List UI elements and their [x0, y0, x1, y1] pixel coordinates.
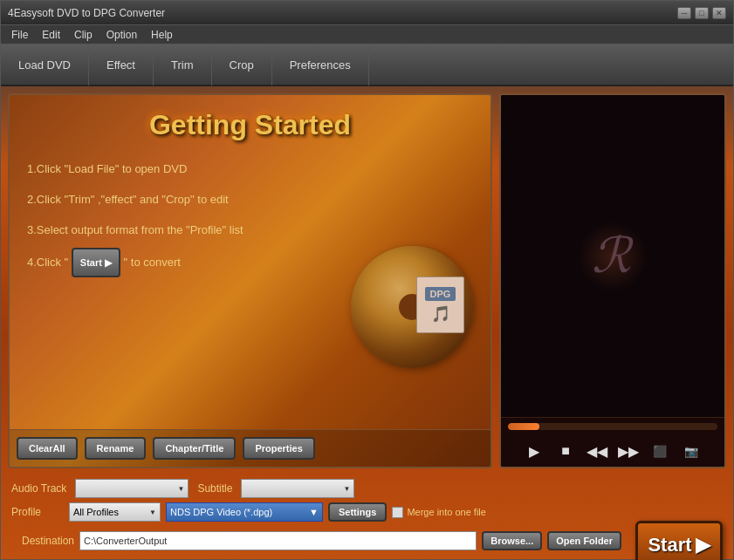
destination-input[interactable]: C:\ConverterOutput [79, 531, 477, 550]
audio-track-arrow: ▼ [177, 485, 184, 493]
toolbar-trim[interactable]: Trim [154, 44, 212, 85]
menu-help[interactable]: Help [144, 27, 180, 43]
step-2: 2.Click "Trim" ,"effect" and "Crop" to e… [27, 186, 473, 213]
properties-button[interactable]: Properties [243, 437, 314, 460]
progress-bar-container [501, 417, 724, 435]
merge-checkbox-area: Merge into one file [392, 507, 486, 518]
bottom-controls-row: Destination C:\ConverterOutput Browse...… [11, 526, 723, 556]
right-panel: ℛ ▶ ■ ◀◀ ▶▶ ⬛ 📷 [499, 93, 726, 468]
profile-value: All Profiles [73, 507, 119, 517]
forward-button[interactable]: ▶▶ [616, 440, 641, 461]
play-button[interactable]: ▶ [522, 440, 546, 461]
player-controls: ▶ ■ ◀◀ ▶▶ ⬛ 📷 [501, 435, 724, 467]
merge-checkbox[interactable] [392, 507, 403, 518]
menu-file[interactable]: File [4, 27, 35, 43]
title-bar: 4Easysoft DVD to DPG Converter ─ □ ✕ [1, 1, 733, 25]
rewind-button[interactable]: ◀◀ [585, 440, 609, 461]
close-button[interactable]: ✕ [712, 7, 726, 19]
profile-row: Profile All Profiles ▼ NDS DPG Video (*.… [11, 502, 723, 522]
toolbar-crop[interactable]: Crop [212, 44, 272, 85]
svg-text:ℛ: ℛ [592, 228, 634, 282]
destination-label: Destination [22, 535, 74, 547]
preview-area: ℛ ▶ ■ ◀◀ ▶▶ ⬛ 📷 [499, 93, 726, 468]
step-4-suffix: " to convert [124, 255, 181, 268]
subtitle-dropdown[interactable]: ▼ [241, 479, 354, 498]
main-content: Getting Started 1.Click "Load File" to o… [1, 86, 733, 475]
format-select[interactable]: NDS DPG Video (*.dpg) ▼ [166, 502, 323, 522]
menu-edit[interactable]: Edit [35, 27, 67, 43]
format-value: NDS DPG Video (*.dpg) [170, 507, 272, 517]
step-3: 3.Select output format from the "Profile… [27, 216, 473, 243]
profile-label: Profile [11, 506, 64, 518]
left-panel: Getting Started 1.Click "Load File" to o… [8, 93, 492, 468]
step-1: 1.Click "Load File" to open DVD [27, 155, 473, 182]
settings-button[interactable]: Settings [328, 502, 387, 522]
rename-button[interactable]: Rename [85, 437, 147, 460]
dvd-decoration: DPG 🎵 [342, 246, 473, 377]
bottom-buttons: ClearAll Rename Chapter/Title Properties [10, 429, 490, 467]
merge-label: Merge into one file [407, 507, 486, 517]
toolbar-preferences[interactable]: Preferences [272, 44, 369, 85]
progress-fill [508, 423, 539, 430]
toolbar: Load DVD Effect Trim Crop Preferences [1, 44, 733, 86]
step-4-prefix: 4.Click " [27, 255, 68, 268]
preview-video: ℛ [501, 95, 724, 417]
chapter-title-button[interactable]: Chapter/Title [153, 437, 236, 460]
window-controls: ─ □ ✕ [677, 7, 726, 19]
audio-subtitle-row: Audio Track ▼ Subtitle ▼ [11, 479, 723, 498]
music-note-icon: 🎵 [431, 304, 450, 324]
profile-arrow: ▼ [149, 509, 156, 516]
preview-logo: ℛ [578, 222, 648, 291]
open-folder-button[interactable]: Open Folder [547, 531, 621, 550]
step-4-start-inline: Start ▶ [72, 248, 120, 277]
toolbar-load-dvd[interactable]: Load DVD [1, 44, 89, 85]
app-window: 4Easysoft DVD to DPG Converter ─ □ ✕ Fil… [0, 0, 734, 560]
browse-button[interactable]: Browse... [482, 531, 542, 550]
toolbar-effect[interactable]: Effect [89, 44, 154, 85]
getting-started-area: Getting Started 1.Click "Load File" to o… [10, 95, 490, 429]
menu-bar: File Edit Clip Option Help [1, 25, 733, 44]
start-label: Start [648, 534, 691, 557]
audio-track-dropdown[interactable]: ▼ [75, 479, 189, 498]
progress-track[interactable] [508, 423, 717, 430]
format-arrow: ▼ [309, 507, 319, 517]
destination-value: C:\ConverterOutput [84, 536, 167, 546]
audio-track-label: Audio Track [11, 482, 66, 495]
getting-started-title: Getting Started [27, 109, 473, 141]
menu-option[interactable]: Option [99, 27, 144, 43]
start-big-button[interactable]: Start ▶ [635, 521, 723, 560]
start-arrow-icon: ▶ [696, 534, 710, 557]
dpg-label: DPG [425, 287, 456, 301]
minimize-button[interactable]: ─ [677, 7, 691, 19]
app-title: 4Easysoft DVD to DPG Converter [8, 7, 165, 19]
screenshot-button[interactable]: ⬛ [648, 440, 672, 461]
profile-select[interactable]: All Profiles ▼ [69, 502, 161, 522]
camera-button[interactable]: 📷 [679, 440, 703, 461]
subtitle-label: Subtitle [197, 482, 232, 495]
stop-button[interactable]: ■ [553, 440, 578, 461]
bottom-panel: Audio Track ▼ Subtitle ▼ Profile All Pro… [1, 475, 733, 559]
clear-all-button[interactable]: ClearAll [17, 437, 78, 460]
dpg-file-icon: DPG 🎵 [416, 277, 464, 333]
menu-clip[interactable]: Clip [67, 27, 99, 43]
maximize-button[interactable]: □ [695, 7, 709, 19]
subtitle-arrow: ▼ [343, 485, 350, 493]
